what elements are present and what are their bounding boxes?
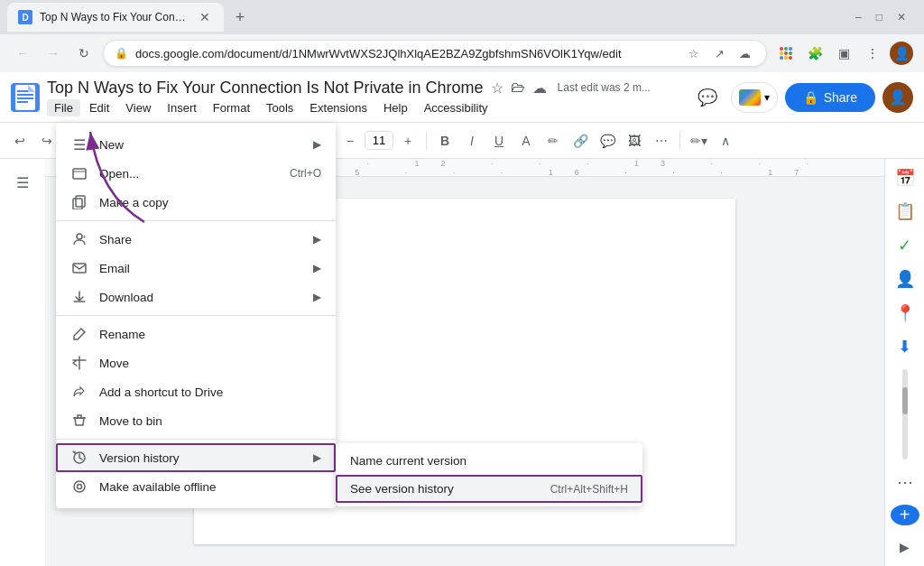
minimize-button[interactable]: – (855, 11, 862, 23)
move-menu-item[interactable]: Move (56, 348, 336, 377)
user-avatar-docs[interactable]: 👤 (882, 82, 913, 113)
sidebar-toggle-icon[interactable]: ▣ (832, 42, 855, 65)
extensions-icon[interactable]: 🧩 (803, 42, 827, 65)
cloud-icon[interactable]: ☁ (734, 42, 755, 64)
svg-point-3 (784, 47, 788, 51)
insert-menu-item[interactable]: Insert (160, 99, 204, 116)
image-button[interactable]: 🖼 (622, 128, 647, 153)
expand-panel-button[interactable]: ▶ (889, 536, 921, 560)
folder-icon[interactable]: 🗁 (511, 79, 525, 96)
add-content-button[interactable]: + (891, 505, 919, 525)
star-icon[interactable]: ☆ (491, 79, 504, 97)
svg-rect-13 (17, 94, 33, 96)
meet-button[interactable]: ▾ (731, 82, 778, 113)
see-version-history-item[interactable]: See version history Ctrl+Alt+Shift+H (336, 475, 642, 503)
new-tab-button[interactable]: + (227, 5, 253, 30)
text-color-button[interactable]: A (513, 128, 539, 153)
forward-button[interactable]: → (42, 42, 65, 65)
italic-button[interactable]: I (459, 128, 485, 153)
close-window-button[interactable]: ✕ (897, 11, 906, 23)
accessibility-menu-item[interactable]: Accessibility (417, 99, 495, 116)
edit-menu-item[interactable]: Edit (82, 99, 116, 116)
google-apps-icon[interactable] (774, 42, 798, 65)
font-size-decrease-button[interactable]: − (337, 128, 363, 153)
user-avatar[interactable]: 👤 (890, 42, 913, 65)
see-version-history-label: See version history (350, 482, 540, 496)
version-history-label: Version history (99, 451, 302, 465)
font-size-input[interactable] (365, 131, 393, 150)
rename-menu-item[interactable]: Rename (56, 320, 336, 348)
share-button[interactable]: 🔒 Share (785, 83, 875, 112)
bookmark-icon[interactable]: ☆ (683, 42, 705, 64)
format-menu-item[interactable]: Format (206, 99, 257, 116)
undo-button[interactable]: ↩ (7, 128, 32, 153)
editing-mode-button[interactable]: ✏▾ (686, 128, 711, 153)
tab-close-button[interactable]: ✕ (197, 9, 213, 25)
address-bar[interactable]: 🔒 docs.google.com/document/d/1NMwrWvtWXS… (103, 40, 767, 67)
file-menu-item[interactable]: File (47, 99, 80, 116)
toolbar-collapse-button[interactable]: ∧ (713, 128, 738, 153)
add-shortcut-menu-item[interactable]: Add a shortcut to Drive (56, 377, 336, 406)
comment-inline-button[interactable]: 💬 (595, 128, 620, 153)
move-to-bin-menu-item[interactable]: Move to bin (56, 406, 336, 435)
svg-point-8 (780, 56, 783, 60)
name-current-version-item[interactable]: Name current version (336, 447, 642, 475)
send-icon[interactable]: ↗ (708, 42, 730, 64)
scrollbar-thumb[interactable] (902, 387, 908, 414)
font-size-increase-button[interactable]: + (395, 128, 420, 153)
bold-button[interactable]: B (432, 128, 457, 153)
history-icon (70, 449, 88, 467)
email-menu-item[interactable]: Email ▶ (56, 254, 336, 283)
svg-text:D: D (22, 13, 28, 23)
address-bar-row: ← → ↻ 🔒 docs.google.com/document/d/1NMwr… (0, 34, 924, 72)
back-button[interactable]: ← (11, 42, 34, 65)
restore-button[interactable]: □ (876, 11, 882, 23)
lock-icon: 🔒 (115, 47, 128, 60)
tools-menu-item[interactable]: Tools (259, 99, 300, 116)
document-title[interactable]: Top N Ways to Fix Your Connection Is Not… (47, 79, 484, 97)
make-offline-menu-item[interactable]: Make available offline (56, 472, 336, 501)
reload-button[interactable]: ↻ (72, 42, 96, 65)
contacts-icon[interactable]: ✓ (889, 234, 921, 257)
svg-point-7 (789, 51, 792, 55)
active-tab[interactable]: D Top N Ways to Fix Your Connecti... ✕ (7, 3, 224, 32)
open-menu-item[interactable]: Open... Ctrl+O (56, 159, 336, 188)
outline-button[interactable]: ☰ (6, 166, 39, 199)
docs-title-area: Top N Ways to Fix Your Connection Is Not… (47, 79, 684, 116)
font-size-area: − + (337, 128, 420, 153)
cloud-icon[interactable]: ☁ (532, 79, 547, 97)
address-text: docs.google.com/document/d/1NMwrWvtWXS2J… (135, 47, 676, 60)
svg-point-10 (789, 56, 792, 60)
move-label: Move (99, 357, 321, 370)
more-toolbar-button[interactable]: ⋯ (649, 128, 674, 153)
comment-button[interactable]: 💬 (691, 81, 724, 114)
link-button[interactable]: 🔗 (568, 128, 593, 153)
highlight-button[interactable]: ✏ (541, 128, 566, 153)
docs-sidebar-left: ☰ (0, 159, 45, 566)
docs-logo[interactable] (11, 83, 40, 112)
share-person-icon: + (70, 230, 88, 248)
more-apps-icon[interactable]: ⋯ (889, 470, 921, 494)
help-menu-item[interactable]: Help (376, 99, 415, 116)
scrollbar-track[interactable] (902, 369, 908, 459)
share-menu-item[interactable]: + Share ▶ (56, 225, 336, 254)
make-copy-menu-item[interactable]: Make a copy (56, 188, 336, 217)
docs-app: Top N Ways to Fix Your Connection Is Not… (0, 72, 924, 566)
maps-icon[interactable]: 📍 (889, 302, 921, 325)
new-menu-item[interactable]: ☰ New ▶ (56, 130, 336, 159)
people-icon[interactable]: 👤 (889, 268, 921, 292)
scrollbar-area (902, 369, 908, 459)
version-history-menu-item[interactable]: Version history ▶ Name current version S… (56, 443, 336, 472)
download-app-icon[interactable]: ⬇ (889, 336, 921, 359)
tasks-icon[interactable]: 📋 (889, 200, 921, 224)
download-menu-item[interactable]: Download ▶ (56, 283, 336, 311)
extensions-menu-item[interactable]: Extensions (302, 99, 374, 116)
underline-button[interactable]: U (486, 128, 512, 153)
svg-rect-21 (73, 264, 86, 273)
view-menu-item[interactable]: View (118, 99, 158, 116)
add-shortcut-label: Add a shortcut to Drive (99, 385, 321, 399)
more-options-icon[interactable]: ⋮ (861, 42, 884, 65)
svg-point-5 (780, 51, 783, 55)
docs-sidebar-right: 📅 📋 ✓ 👤 📍 ⬇ ⋯ + ▶ (884, 159, 924, 566)
calendar-icon[interactable]: 📅 (889, 166, 921, 190)
